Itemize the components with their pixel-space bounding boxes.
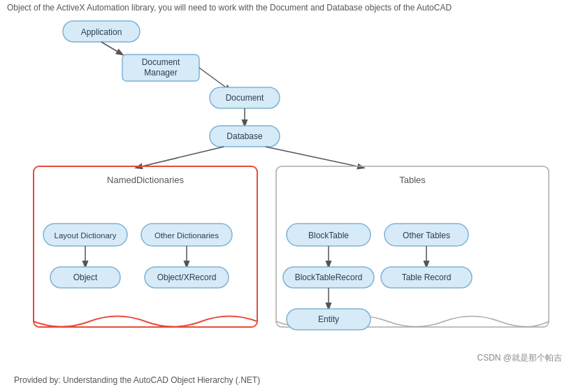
other-tables-label: Other Tables: [403, 231, 450, 240]
object-label: Object: [73, 273, 98, 282]
database-label: Database: [226, 131, 263, 141]
page: Object of the ActiveX Automation library…: [0, 0, 576, 392]
svg-line-7: [136, 147, 224, 168]
block-table-label: BlockTable: [308, 231, 349, 240]
bottom-text-label: Provided by: Understanding the AutoCAD O…: [14, 375, 260, 385]
watermark: CSDN @就是那个帕吉: [477, 352, 562, 364]
bottom-text: Provided by: Understanding the AutoCAD O…: [14, 375, 260, 385]
entity-label: Entity: [318, 314, 339, 324]
object-xrecord-label: Object/XRecord: [157, 273, 217, 282]
svg-rect-16: [276, 166, 549, 327]
tables-label: Tables: [399, 175, 426, 185]
application-label: Application: [81, 27, 122, 37]
document-label: Document: [226, 93, 264, 103]
other-dicts-label: Other Dictionaries: [154, 231, 219, 240]
layout-dict-label: Layout Dictionary: [55, 231, 117, 240]
doc-manager-label2: Manager: [144, 68, 177, 78]
svg-line-1: [101, 42, 122, 55]
named-dicts-label: NamedDictionaries: [107, 175, 184, 185]
block-table-record-label: BlockTableRecord: [295, 273, 363, 282]
diagram-svg: Application Document Manager Document Da…: [14, 7, 566, 370]
table-record-label: Table Record: [402, 273, 452, 282]
svg-line-8: [266, 147, 363, 168]
doc-manager-label1: Document: [142, 57, 180, 67]
svg-rect-9: [34, 166, 257, 327]
